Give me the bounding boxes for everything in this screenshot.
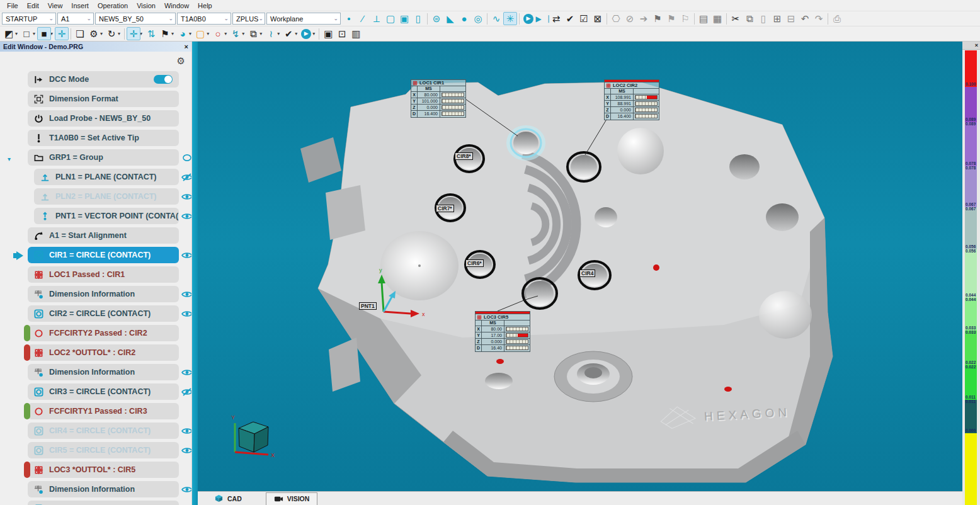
command-item-a1[interactable]: A1 = Start Alignment — [28, 227, 179, 244]
dcc-mode-toggle[interactable] — [154, 75, 173, 84]
tab-vision[interactable]: VISION — [266, 492, 318, 505]
feature-tag-cir7[interactable]: CIR7* — [436, 205, 454, 212]
probe-vectors-icon[interactable]: ⇅ — [144, 27, 158, 40]
combo-a1[interactable]: A1⌄ — [57, 13, 94, 25]
translate-view-icon[interactable]: ✛ — [127, 27, 140, 40]
stop-disabled-icon[interactable]: ⊘ — [623, 12, 637, 25]
collision-check-icon[interactable]: ✔ — [282, 27, 295, 40]
circle-feature-icon[interactable]: ▢ — [384, 12, 397, 25]
view-orientation-icon[interactable]: ◩ — [2, 27, 16, 40]
eye-icon[interactable] — [181, 368, 192, 377]
combo-startup[interactable]: STARTUP⌄ — [2, 13, 56, 25]
eye-icon[interactable] — [181, 212, 192, 220]
line-feature-icon[interactable]: ∕ — [356, 12, 370, 25]
collapse-caret-icon[interactable]: ▾ — [8, 156, 11, 162]
redo-icon[interactable]: ↷ — [812, 12, 826, 25]
report-window-icon[interactable]: ▦ — [710, 12, 724, 25]
cut-icon[interactable]: ✂ — [729, 12, 743, 25]
continue-icon[interactable]: ➔ — [637, 12, 651, 25]
feature-tag-cir4[interactable]: CIR4 — [579, 270, 595, 277]
layers-icon[interactable]: ⧉ — [246, 27, 260, 40]
eye-slash-icon[interactable] — [181, 387, 192, 396]
torus-feature-icon[interactable]: ◎ — [471, 12, 485, 25]
slot-feature-icon[interactable]: ▣ — [397, 12, 411, 25]
sphere-feature-icon[interactable]: ● — [457, 12, 471, 25]
optimization-settings-icon[interactable]: ⚙ — [87, 27, 101, 40]
sphere-display-icon[interactable]: ◕ — [176, 27, 190, 40]
eye-icon[interactable] — [181, 192, 192, 201]
command-item-dimension[interactable]: Dimension Information — [28, 364, 179, 380]
command-item-pln1[interactable]: PLN1 = PLANE (CONTACT) — [34, 169, 179, 185]
command-item-dcc[interactable]: DCC Mode — [28, 71, 179, 88]
paste-icon[interactable]: ▯ — [756, 12, 770, 25]
eye-icon[interactable] — [181, 290, 192, 298]
eye-icon[interactable] — [181, 309, 192, 318]
square-feature-icon[interactable]: ▯ — [411, 12, 425, 25]
gear-icon[interactable]: ⚙ — [177, 55, 185, 67]
execute-icon[interactable]: ▶ — [299, 27, 313, 40]
graph-analysis-icon[interactable]: ↯ — [229, 27, 242, 40]
gage-readout-icon[interactable]: ⊡ — [335, 27, 349, 40]
marker-set-icon[interactable]: ⚑ — [651, 12, 664, 25]
cylinder-feature-icon[interactable]: ⊜ — [430, 12, 443, 25]
eye-outline-icon[interactable] — [181, 153, 192, 162]
pan-view-icon[interactable]: ✛ — [55, 27, 69, 40]
execute-feature-icon[interactable]: ▶⎹ — [535, 12, 549, 25]
command-item-cir4[interactable]: CIR4 = CIRCLE (CONTACT) — [28, 423, 179, 439]
dimension-label-loc2[interactable]: LOC2 CIR2MSX108.991Y88.991Z0.000D16.400 — [604, 79, 659, 120]
panel-splitter[interactable] — [192, 42, 198, 505]
loop-mode-icon[interactable]: ⇄ — [549, 12, 563, 25]
menu-item-insert[interactable]: Insert — [67, 1, 93, 10]
point-feature-icon[interactable]: • — [342, 12, 356, 25]
close-icon[interactable]: × — [185, 43, 188, 50]
execute-program-icon[interactable]: ▶ — [521, 12, 535, 25]
marker-goto-icon[interactable]: ⚑ — [664, 12, 678, 25]
command-item-cir6[interactable]: CIR6 = CIRCLE (CONTACT) — [28, 501, 179, 505]
dimension-label-loc1[interactable]: LOC1 CIR1MSX80.000Y101.000Z0.000D16.400 — [411, 79, 466, 118]
pattern-icon[interactable]: ⊟ — [784, 12, 798, 25]
rotate-view-icon[interactable]: ↻ — [105, 27, 118, 40]
command-item-loc1[interactable]: LOC1 Passed : CIR1 — [28, 266, 179, 283]
paste-with-pattern-icon[interactable]: ⊞ — [770, 12, 784, 25]
feature-tag-cir6[interactable]: CIR6* — [465, 259, 484, 267]
command-item-t1a0b0[interactable]: T1A0B0 = Set Active Tip — [28, 130, 179, 146]
snapshot-camera-icon[interactable]: ▣ — [321, 27, 335, 40]
command-item-loc3[interactable]: LOC3 *OUTTOL* : CIR5 — [28, 462, 179, 478]
undo-icon[interactable]: ↶ — [798, 12, 812, 25]
feature-id-labels-icon[interactable]: ⚑ — [158, 27, 172, 40]
stop-icon[interactable]: ⎔ — [609, 12, 623, 25]
menu-item-view[interactable]: View — [43, 1, 67, 10]
command-item-fcfcirty1[interactable]: FCFCIRTY1 Passed : CIR3 — [28, 403, 179, 419]
copy-icon[interactable]: ⧉ — [743, 12, 756, 25]
menu-item-operation[interactable]: Operation — [93, 1, 132, 10]
report-reject-icon[interactable]: ⊠ — [591, 12, 605, 25]
eye-icon[interactable] — [181, 251, 192, 259]
cone-feature-icon[interactable]: ◣ — [443, 12, 457, 25]
dimension-label-loc3[interactable]: LOC3 CIR5MSX80.00Y17.00Z0.000D16.40 — [475, 311, 530, 352]
wireframe-view-icon[interactable]: □ — [20, 27, 33, 40]
combo-zplus[interactable]: ZPLUS⌄ — [232, 13, 265, 25]
comment-icon[interactable]: ❏ — [73, 27, 87, 40]
print-icon[interactable]: ⎙ — [830, 12, 844, 25]
marker-clear-icon[interactable]: ⚐ — [678, 12, 692, 25]
eye-icon[interactable] — [181, 426, 192, 435]
report-accept-icon[interactable]: ☑ — [577, 12, 591, 25]
combo-workplane[interactable]: Workplane⌄ — [266, 13, 341, 25]
menu-item-vision[interactable]: Vision — [132, 1, 160, 10]
command-item-dimension[interactable]: Dimension Information — [28, 286, 179, 302]
combo-new5_by_50[interactable]: NEW5_BY_50⌄ — [95, 13, 176, 25]
feature-tag-pnt1[interactable]: PNT1 — [359, 302, 377, 310]
chart-window-icon[interactable]: ▥ — [349, 27, 363, 40]
eye-icon[interactable] — [181, 446, 192, 455]
mark-all-icon[interactable]: ✔ — [563, 12, 577, 25]
command-item-pln2[interactable]: PLN2 = PLANE (CONTACT) — [34, 188, 179, 205]
menu-item-window[interactable]: Window — [160, 1, 193, 10]
command-item-dimension[interactable]: Dimension Format — [28, 91, 179, 107]
menu-item-help[interactable]: Help — [193, 1, 217, 10]
probe-path-icon[interactable]: ≀ — [264, 27, 278, 40]
feature-tag-cir8[interactable]: CIR8* — [455, 152, 473, 160]
cad-viewport[interactable]: x y Y X HEXAGON HEXAGON CIR8*CIR7*CIR6*C… — [198, 42, 962, 491]
command-item-fcfcirty2[interactable]: FCFCIRTY2 Passed : CIR2 — [28, 325, 179, 341]
tab-cad[interactable]: CAD — [207, 492, 249, 505]
menu-item-edit[interactable]: Edit — [23, 1, 43, 10]
